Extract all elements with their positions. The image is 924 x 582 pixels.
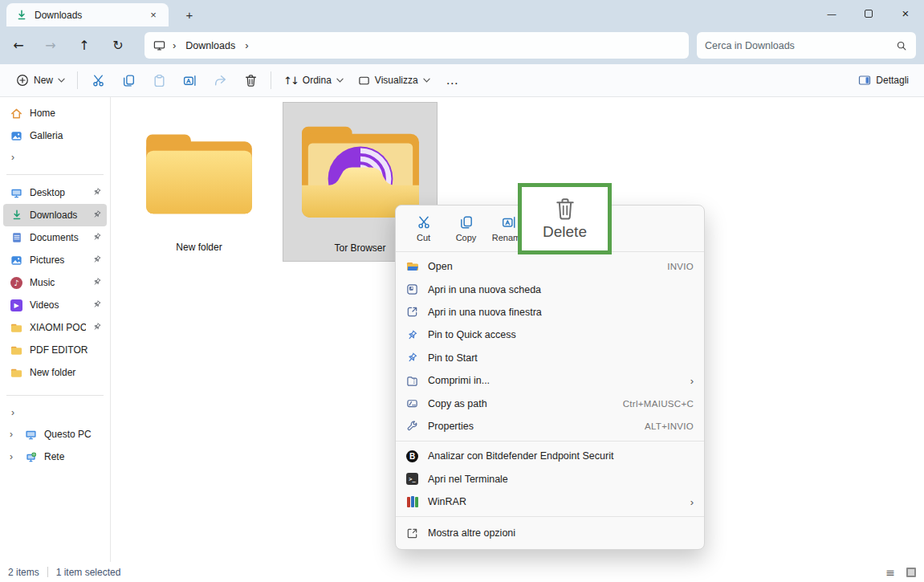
sidebar-item-pdf-editor[interactable]: PDF EDITOR [3,339,107,361]
toolbar-separator [271,71,271,89]
cut-button[interactable] [83,67,113,93]
annotation-label: Delete [543,223,587,241]
breadcrumb-chevron-icon[interactable]: › [245,39,248,51]
cut-quick-button[interactable]: Cut [402,209,445,249]
view-button[interactable]: Visualizza [351,67,438,93]
sidebar-item-downloads[interactable]: Downloads [3,204,107,226]
menu-separator [396,516,704,517]
this-pc-icon [153,39,166,52]
delete-button[interactable] [235,67,266,93]
menu-item-bitdefender-scan[interactable]: B Analizar con Bitdefender Endpoint Secu… [396,445,704,467]
sort-button[interactable]: ↑↓ Ordina [276,67,351,93]
copy-quick-button[interactable]: Copy [445,209,487,249]
view-icon [358,75,370,87]
open-new-tab-icon [405,283,419,296]
wrench-icon [405,419,419,433]
delete-highlight-annotation[interactable]: Delete [518,183,612,254]
new-tab-button[interactable]: + [180,5,199,24]
up-button[interactable]: ↑ [71,32,98,59]
file-name: Tor Browser [334,242,385,261]
folder-icon [10,321,23,335]
sidebar-item-xiaomi-poco[interactable]: XIAOMI POCO F [3,316,107,339]
tab-downloads[interactable]: Downloads × [6,3,169,26]
menu-item-compress[interactable]: Comprimi in... › [396,369,704,392]
chevron-down-icon [336,78,344,83]
file-tile-new-folder[interactable]: New folder [133,103,265,260]
pin-icon [92,187,102,199]
pin-icon [92,277,102,289]
copy-path-icon [405,397,419,410]
large-icons-view-icon[interactable] [906,568,916,577]
gallery-icon [10,129,23,143]
paste-button[interactable] [144,67,174,93]
address-bar[interactable]: › Downloads › [145,32,689,59]
sidebar-item-documents[interactable]: Documents [3,226,107,249]
trash-icon [555,197,576,221]
more-options-button[interactable]: … [438,67,468,93]
share-button[interactable] [205,67,235,93]
desktop-icon [10,186,23,200]
menu-item-show-more-options[interactable]: Mostra altre opzioni [396,520,704,546]
documents-icon [10,231,23,245]
chevron-down-icon [423,78,430,83]
more-options-icon [405,527,419,540]
sidebar-item-music[interactable]: ♪ Music [3,271,107,294]
items-count: 2 items [8,567,39,578]
sidebar-item-galleria[interactable]: Galleria [3,124,107,147]
paste-icon [153,74,166,88]
network-icon [24,450,38,464]
pin-icon [92,322,102,334]
submenu-chevron-icon: › [690,496,694,508]
menu-item-open-new-tab[interactable]: Apri in una nuova scheda [396,278,704,300]
chevron-down-icon [58,78,65,83]
rename-button[interactable] [174,67,205,93]
menu-item-open[interactable]: Open INVIO [396,255,704,278]
list-view-icon[interactable]: ≡ [885,566,895,579]
maximize-button[interactable] [850,0,887,26]
sidebar-item-questo-pc[interactable]: › Questo PC [3,423,107,446]
refresh-button[interactable]: ↻ [104,32,132,59]
details-pane-label: Dettagli [876,75,909,86]
sidebar-item-home[interactable]: Home [3,102,107,124]
terminal-icon: >_ [405,472,419,486]
menu-item-pin-start[interactable]: Pin to Start [396,347,704,369]
close-button[interactable]: × [887,0,924,26]
sidebar-item-videos[interactable]: ▶ Videos [3,294,107,316]
scissors-icon [417,215,431,230]
maximize-icon [865,10,873,18]
sidebar-item-desktop[interactable]: Desktop [3,181,107,204]
view-button-label: Visualizza [375,75,418,86]
menu-item-properties[interactable]: Properties ALT+INVIO [396,415,704,438]
menu-item-copy-as-path[interactable]: Copy as path Ctrl+MAIUSC+C [396,392,704,414]
tree-chevron-icon[interactable]: › [10,429,18,440]
new-button[interactable]: New [8,67,72,93]
downloads-icon [14,8,28,22]
menu-item-pin-quick-access[interactable]: Pin to Quick access [396,324,704,346]
tree-chevron-icon[interactable]: › [10,451,18,462]
breadcrumb-downloads[interactable]: Downloads [182,39,238,53]
minimize-button[interactable]: — [813,0,850,26]
copy-icon [459,215,474,230]
sidebar-item-pictures[interactable]: Pictures [3,249,107,271]
new-button-label: New [34,75,53,86]
folder-large-icon [138,103,260,242]
rename-icon [183,74,197,88]
copy-button[interactable] [113,67,144,93]
pin-icon [405,351,419,364]
back-button[interactable]: ← [5,32,32,59]
menu-item-open-new-window[interactable]: Apri in una nuova finestra [396,301,704,324]
menu-item-winrar[interactable]: WinRAR › [396,490,704,513]
details-pane-button[interactable]: Dettagli [851,67,916,93]
tree-expander[interactable]: › [0,402,110,423]
forward-button[interactable]: → [37,32,64,59]
menu-item-open-terminal[interactable]: >_ Apri nel Terminale [396,468,704,490]
search-input[interactable] [705,40,894,51]
sidebar: Home Galleria › Desktop [0,97,111,562]
tab-close-icon[interactable]: × [146,9,161,21]
search-box[interactable] [697,32,916,59]
sidebar-item-rete[interactable]: › Rete [3,446,107,468]
tree-expander[interactable]: › [0,147,110,168]
selected-count: 1 item selected [56,567,121,578]
sidebar-item-new-folder[interactable]: New folder [3,361,107,384]
pin-icon [92,232,102,244]
